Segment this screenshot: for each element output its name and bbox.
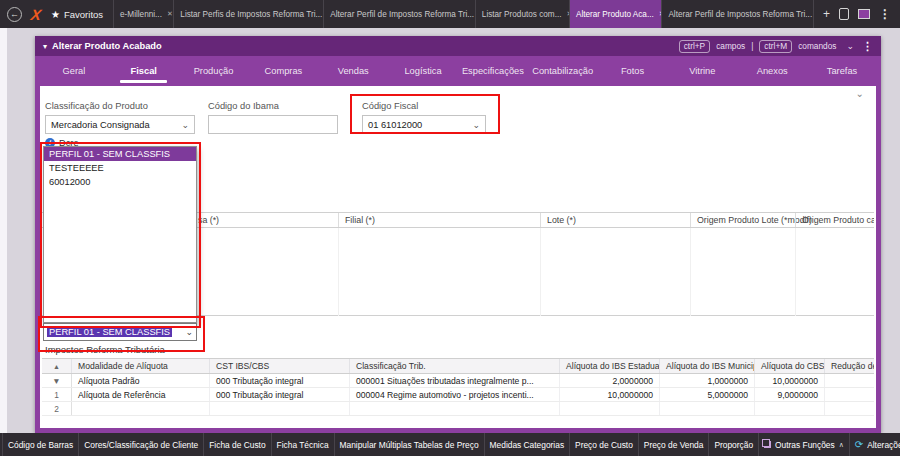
column-header-empresa[interactable]: sa (*) — [198, 215, 219, 225]
left-gutter — [0, 28, 7, 433]
toolbar-codigo-de-barras[interactable]: Código de Barras — [2, 433, 79, 456]
column-header-cst[interactable]: CST IBS/CBS — [210, 359, 350, 373]
row-number: 1 — [42, 388, 72, 401]
cell-classificacao-trib[interactable]: 000004 Regime automotivo - projetos ince… — [350, 388, 560, 401]
caret-down-icon[interactable]: ▾ — [43, 42, 47, 51]
toolbar-preco-de-custo[interactable]: Preço de Custo — [570, 433, 639, 456]
collapse-chevron-icon[interactable]: ⌄ — [856, 88, 864, 99]
cell-modalidade[interactable]: Alíquota de Referência — [72, 388, 210, 401]
dropdown-item[interactable]: 60012000 — [44, 175, 196, 189]
tab-producao[interactable]: Produção — [179, 56, 249, 86]
cell-classificacao-trib[interactable]: 000001 Situações tributadas integralment… — [350, 374, 560, 387]
app-window: ▾ Alterar Produto Acabado ctrl+P campos … — [35, 36, 881, 433]
column-header-filial[interactable]: Filial (*) — [345, 215, 375, 225]
window-menu-icon[interactable]: ⋮ — [862, 40, 873, 53]
sort-up-icon[interactable]: ▲ — [42, 359, 72, 373]
separator: | — [751, 41, 753, 51]
toolbar-preco-de-venda[interactable]: Preço de Venda — [639, 433, 710, 456]
tab-fotos[interactable]: Fotos — [598, 56, 668, 86]
cell-cst[interactable] — [210, 402, 350, 415]
tab-contabilizacao[interactable]: Contabilização — [528, 56, 598, 86]
cell-cst[interactable]: 000 Tributação integral — [210, 374, 350, 387]
table-row[interactable]: ▼ Alíquota Padrão 000 Tributação integra… — [42, 374, 874, 388]
toolbar-alteracoes[interactable]: ⟳ Alterações — [850, 433, 900, 456]
column-header-ibs-estadual[interactable]: Alíquota do IBS Estadual (%) — [560, 359, 660, 373]
browser-tab-label: Alterar Produto Aca... — [576, 10, 654, 19]
table-row[interactable]: 1 Alíquota de Referência 000 Tributação … — [42, 388, 874, 402]
chevron-down-icon: ⌄ — [181, 120, 189, 130]
back-button[interactable]: ← — [7, 7, 22, 22]
toolbar-medidas-categorias[interactable]: Medidas Categorias — [485, 433, 570, 456]
column-header-classificacao-trib[interactable]: Classificação Trib. — [350, 359, 560, 373]
tab-tarefas[interactable]: Tarefas — [807, 56, 877, 86]
toolbar-outras-funcoes[interactable]: Outras Funções ∧ — [759, 433, 850, 456]
favorites-label: Favoritos — [64, 9, 103, 20]
tab-especificacoes[interactable]: Especificações — [458, 56, 528, 86]
browser-tab-label: Alterar Perfil de Impostos Reforma Tri..… — [330, 10, 474, 19]
window-titlebar: ▾ Alterar Produto Acabado ctrl+P campos … — [35, 36, 881, 56]
chevron-down-icon[interactable]: ⌄ — [846, 41, 854, 51]
column-header-ibs-municipal[interactable]: Alíquota do IBS Municipal (%) — [660, 359, 755, 373]
column-divider — [795, 213, 796, 228]
cell-modalidade[interactable] — [72, 402, 210, 415]
new-tab-button[interactable]: + — [823, 7, 830, 21]
browser-tab[interactable]: Alterar Perfil de Impostos Reforma Tri..… — [661, 0, 814, 28]
column-header-reducao[interactable]: Redução de Alíqu — [825, 359, 874, 373]
tab-geral[interactable]: Geral — [39, 56, 109, 86]
cell-ibs-municipal[interactable]: 1,0000000 — [660, 374, 755, 387]
titlebar-shortcuts: ctrl+P campos | ctrl+M comandos ⌄ ⋮ — [679, 40, 873, 53]
column-header-modalidade[interactable]: Modalidade de Alíquota — [72, 359, 210, 373]
browser-tab-active[interactable]: Alterar Produto Aca... ✕ — [569, 0, 661, 28]
cell-reducao[interactable] — [825, 388, 874, 401]
cell-ibs-estadual[interactable]: 2,0000000 — [560, 374, 660, 387]
cell-ibs-estadual[interactable]: 10,0000000 — [560, 388, 660, 401]
clipboard-icon[interactable] — [839, 8, 849, 20]
cell-cst[interactable]: 000 Tributação integral — [210, 388, 350, 401]
browser-tab[interactable]: Listar Produtos com... ✕ — [475, 0, 569, 28]
cell-cbs[interactable]: 10,0000000 — [755, 374, 825, 387]
tab-vendas[interactable]: Vendas — [318, 56, 388, 86]
tab-vitrine[interactable]: Vitrine — [667, 56, 737, 86]
cell-reducao[interactable] — [825, 374, 874, 387]
cell-ibs-municipal[interactable]: 5,0000000 — [660, 388, 755, 401]
tab-fiscal[interactable]: Fiscal — [109, 56, 179, 86]
shortcut-comandos-label: comandos — [798, 41, 836, 51]
column-header-cbs[interactable]: Alíquota do CBS (%) — [755, 359, 825, 373]
toolbar-ficha-tecnica[interactable]: Ficha Técnica — [272, 433, 335, 456]
toolbar-proporcao[interactable]: Proporção — [709, 433, 759, 456]
kebab-menu-icon[interactable]: ⋮ — [879, 7, 891, 21]
toolbar-cores-classificacao[interactable]: Cores/Classificação de Cliente — [79, 433, 204, 456]
panel-icon[interactable] — [858, 9, 870, 19]
tab-compras[interactable]: Compras — [248, 56, 318, 86]
column-divider — [338, 213, 339, 228]
browser-tab[interactable]: e-Millenni... ✕ — [113, 0, 173, 28]
tab-logistica[interactable]: Logística — [388, 56, 458, 86]
cell-cbs[interactable]: 9,0000000 — [755, 388, 825, 401]
column-header-origem-cadastro[interactable]: Origem Produto cadastr — [802, 215, 874, 225]
browser-tab[interactable]: Listar Perfis de Impostos Reforma Tri...… — [173, 0, 323, 28]
toolbar-ficha-de-custo[interactable]: Ficha de Custo — [204, 433, 271, 456]
favorites-button[interactable]: ★ Favoritos — [41, 0, 113, 28]
dropdown-item-selected[interactable]: PERFIL 01 - SEM CLASSFIS — [44, 147, 196, 161]
cell-ibs-estadual[interactable] — [560, 402, 660, 415]
browser-tab-label: Listar Produtos com... — [482, 10, 562, 19]
cell-ibs-municipal[interactable] — [660, 402, 755, 415]
cell-cbs[interactable] — [755, 402, 825, 415]
tab-anexos[interactable]: Anexos — [737, 56, 807, 86]
column-header-lote[interactable]: Lote (*) — [547, 215, 576, 225]
close-icon[interactable]: ✕ — [167, 10, 173, 18]
browser-tab[interactable]: Alterar Perfil de Impostos Reforma Tri..… — [323, 0, 475, 28]
toolbar-label: Alterações — [867, 440, 900, 450]
cell-reducao[interactable] — [825, 402, 874, 415]
cell-classificacao-trib[interactable] — [350, 402, 560, 415]
cell-modalidade[interactable]: Alíquota Padrão — [72, 374, 210, 387]
codigo-fiscal-select[interactable]: 01 61012000 ⌄ — [362, 115, 486, 134]
toolbar-multiplas-tabelas-preco[interactable]: Manipular Múltiplas Tabelas de Preço — [335, 433, 485, 456]
table-row[interactable]: 2 — [42, 402, 874, 416]
chevron-down-icon: ⌄ — [185, 327, 193, 337]
shortcut-comandos-key: ctrl+M — [759, 40, 792, 53]
codigo-ibama-input[interactable] — [208, 115, 338, 134]
classfis-combo[interactable]: PERFIL 01 - SEM CLASSFIS ⌄ — [43, 323, 197, 341]
dropdown-item[interactable]: TESTEEEEE — [44, 161, 196, 175]
classificacao-produto-select[interactable]: Mercadoria Consignada ⌄ — [45, 115, 195, 134]
